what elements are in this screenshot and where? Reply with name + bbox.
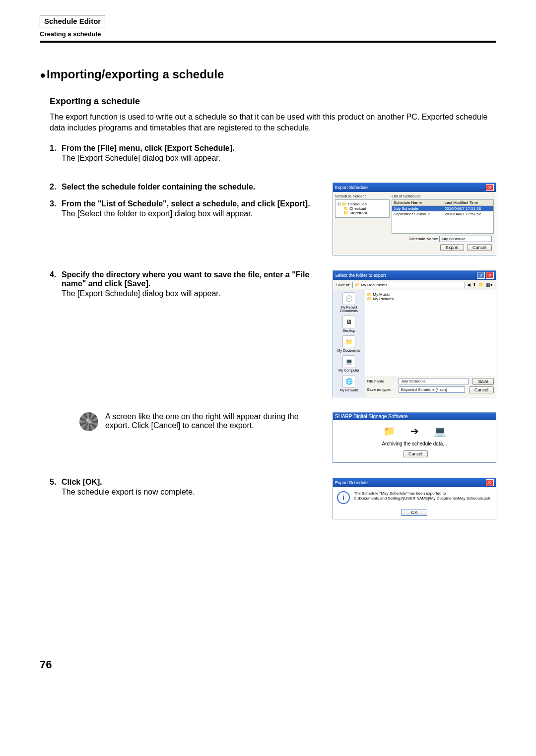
places-mynet[interactable]: 🌐My Network [334, 375, 364, 392]
savetype-combo[interactable]: Exported Schedule (*.sch) [399, 386, 465, 393]
confirm-dialog: Export Schedule ✕ i The Schedule "May Sc… [333, 478, 496, 519]
cancel-button[interactable]: Cancel [403, 450, 428, 457]
arrow-icon: ➔ [410, 425, 419, 437]
list-item[interactable]: 📁 My Music [367, 292, 494, 297]
schedule-folder-tree[interactable]: ⊟ 📁 Schedules 📁 Checkout 📁 Storefront [335, 199, 390, 218]
cell: July Schedule [392, 205, 443, 211]
export-schedule-dialog: Export Schedule ✕ Schedule Folder : ⊟ 📁 … [333, 183, 496, 255]
schedule-name-field[interactable] [439, 236, 492, 242]
col-schedule-name: Schedule Name [392, 199, 443, 205]
close-icon[interactable]: ✕ [486, 184, 494, 191]
cancel-button[interactable]: Cancel [469, 386, 494, 393]
confirm-line2: C:\Documents and Settings\[USER NAME]\My… [354, 496, 490, 501]
cell: 2010/04/07 17:51:38 [443, 205, 494, 211]
table-row[interactable]: September Schedule 2010/04/07 17:51:52 [392, 211, 494, 217]
step-num: 2. [50, 183, 62, 191]
note-text: A screen like the one on the right will … [105, 412, 327, 430]
ok-button[interactable]: OK [402, 509, 427, 516]
step1-body: The [Export Schedule] dialog box will ap… [62, 154, 491, 163]
views-icon[interactable]: ▦▾ [486, 282, 493, 287]
confirm-line1: The Schedule "May Schedule" has been exp… [354, 491, 490, 496]
file-list[interactable]: 📁 My Music 📁 My Pictures [365, 290, 496, 376]
info-icon: i [337, 491, 350, 504]
dialog-title: Export Schedule [335, 185, 368, 190]
filename-field[interactable]: July Schedule [399, 378, 469, 384]
schedule-name-label: Schedule Name: [409, 237, 438, 241]
intro-text: The export function is used to write out… [50, 112, 496, 134]
dialog-title: SHARP Digital Signage Software [335, 414, 408, 419]
step4-body: The [Export Schedule] dialog box will ap… [62, 289, 328, 298]
step3-body: The [Select the folder to export] dialog… [62, 209, 328, 218]
tree-item[interactable]: Checkout [349, 206, 366, 211]
export-button[interactable]: Export [440, 244, 464, 251]
savetype-label: Save as type: [367, 387, 397, 392]
places-mydocs[interactable]: 📁My Documents [334, 335, 364, 352]
save-button[interactable]: Save [472, 378, 494, 385]
step5-head: Click [OK]. [62, 478, 328, 487]
cell: September Schedule [392, 211, 443, 217]
save-in-label: Save in: [336, 283, 350, 287]
close-icon[interactable]: ✕ [486, 272, 494, 279]
places-recent[interactable]: 🕘My Recent Documents [334, 292, 364, 313]
step5-body: The schedule export is now complete. [62, 488, 328, 497]
save-in-combo[interactable]: 📁 My Documents [352, 282, 465, 288]
divider [40, 41, 496, 43]
save-dialog: Select the folder to export ? ✕ Save in:… [333, 270, 496, 397]
step-num: 1. [50, 144, 62, 153]
cell: 2010/04/07 17:51:52 [443, 211, 494, 217]
folder-icon: 📁 [383, 425, 396, 437]
page-number: 76 [40, 658, 496, 671]
header-sub: Creating a schedule [40, 30, 496, 38]
list-of-schedule-label: List of Schedule: [392, 194, 494, 198]
places-desktop[interactable]: 🖥Desktop [334, 315, 364, 332]
help-icon[interactable]: ? [477, 272, 485, 279]
places-mycomp[interactable]: 💻My Computer [334, 355, 364, 372]
step-num: 5. [50, 478, 62, 487]
list-item[interactable]: 📁 My Pictures [367, 297, 494, 301]
progress-text: Archiving the schedule data... [338, 441, 491, 446]
save-in-value: My Documents [361, 283, 387, 287]
schedule-folder-label: Schedule Folder : [335, 194, 390, 198]
col-last-modified: Last Modified Time [443, 199, 494, 205]
dialog-title: Export Schedule [335, 480, 368, 485]
back-icon[interactable]: ◀ [467, 282, 470, 287]
close-icon[interactable]: ✕ [486, 479, 494, 486]
step1-head: From the [File] menu, click [Export Sche… [62, 144, 491, 153]
up-icon[interactable]: ⬆ [472, 282, 476, 287]
table-row[interactable]: July Schedule 2010/04/07 17:51:38 [392, 205, 494, 211]
tree-item[interactable]: Storefront [349, 211, 367, 215]
progress-dialog: SHARP Digital Signage Software 📁 ➔ 💻 Arc… [333, 412, 496, 463]
tree-item[interactable]: Schedules [348, 202, 366, 206]
sub-title: Exporting a schedule [50, 96, 496, 107]
step-num: 3. [50, 199, 62, 208]
new-folder-icon[interactable]: 📁 [478, 282, 484, 287]
step3-head: From the "List of Schedule", select a sc… [62, 199, 328, 208]
places-bar: 🕘My Recent Documents 🖥Desktop 📁My Docume… [333, 290, 365, 397]
filename-label: File name: [367, 379, 397, 383]
section-title: ●Importing/exporting a schedule [40, 67, 496, 81]
dialog-title: Select the folder to export [335, 273, 386, 278]
header-box: Schedule Editor [40, 15, 105, 27]
step2-head: Select the schedule folder containing th… [62, 183, 328, 191]
note-icon: ✎ [79, 412, 99, 432]
cancel-button[interactable]: Cancel [467, 244, 492, 251]
step-num: 4. [50, 270, 62, 279]
bullet-icon: ● [40, 69, 46, 80]
schedule-list-table[interactable]: Schedule Name Last Modified Time July Sc… [392, 199, 494, 234]
step4-head: Specify the directory where you want to … [62, 270, 328, 288]
section-title-text: Importing/exporting a schedule [47, 67, 224, 81]
computer-icon: 💻 [434, 425, 446, 437]
